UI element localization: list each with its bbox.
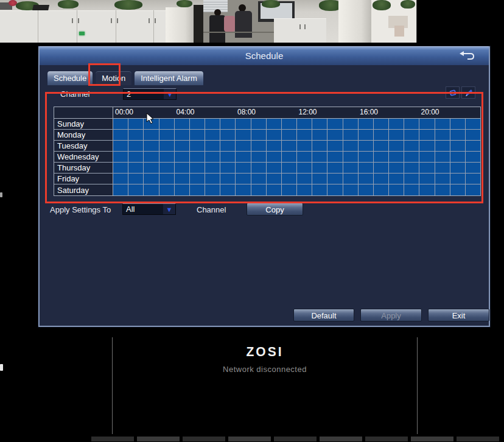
camera-tile-bottom-center[interactable]: ZOSI Network disconnected <box>201 345 329 374</box>
schedule-cell[interactable] <box>113 130 128 140</box>
schedule-cell[interactable] <box>404 141 419 151</box>
schedule-cell[interactable] <box>419 174 434 184</box>
schedule-cell[interactable] <box>419 163 434 173</box>
schedule-cell[interactable] <box>189 119 205 129</box>
schedule-cell[interactable] <box>373 163 388 173</box>
schedule-cell[interactable] <box>220 184 235 195</box>
schedule-cell[interactable] <box>143 152 158 162</box>
schedule-cell[interactable] <box>419 141 434 151</box>
schedule-cell[interactable] <box>373 119 388 129</box>
schedule-cell[interactable] <box>251 152 266 162</box>
schedule-cell[interactable] <box>435 174 450 184</box>
schedule-cell[interactable] <box>189 152 205 162</box>
schedule-cell[interactable] <box>235 184 250 195</box>
schedule-cell[interactable] <box>450 184 465 195</box>
schedule-cell[interactable] <box>435 184 450 195</box>
schedule-cell[interactable] <box>327 163 342 173</box>
schedule-cell[interactable] <box>251 141 266 151</box>
schedule-cell[interactable] <box>373 141 388 151</box>
exit-button[interactable]: Exit <box>428 309 489 321</box>
schedule-cell[interactable] <box>174 174 189 184</box>
eraser-button[interactable] <box>446 86 460 99</box>
schedule-cell[interactable] <box>143 119 158 129</box>
schedule-cell[interactable] <box>358 163 373 173</box>
schedule-cell[interactable] <box>450 141 465 151</box>
schedule-cell[interactable] <box>159 152 174 162</box>
schedule-cell[interactable] <box>404 119 419 129</box>
schedule-cell[interactable] <box>373 174 388 184</box>
schedule-cell[interactable] <box>113 174 128 184</box>
schedule-cell[interactable] <box>450 130 465 140</box>
schedule-cell[interactable] <box>174 141 189 151</box>
schedule-cell[interactable] <box>235 163 250 173</box>
schedule-cell[interactable] <box>266 174 281 184</box>
schedule-cell[interactable] <box>128 119 143 129</box>
schedule-cell[interactable] <box>143 174 158 184</box>
schedule-cell[interactable] <box>450 119 465 129</box>
schedule-cell[interactable] <box>343 130 358 140</box>
schedule-cell[interactable] <box>312 130 327 140</box>
schedule-cell[interactable] <box>327 174 342 184</box>
schedule-cell[interactable] <box>388 163 404 173</box>
schedule-cell[interactable] <box>465 163 480 173</box>
schedule-cell[interactable] <box>388 141 404 151</box>
schedule-cell[interactable] <box>327 152 342 162</box>
schedule-cell[interactable] <box>113 119 128 129</box>
schedule-cell[interactable] <box>343 184 358 195</box>
schedule-cell[interactable] <box>128 152 143 162</box>
schedule-cell[interactable] <box>327 141 342 151</box>
schedule-cell[interactable] <box>312 174 327 184</box>
schedule-cell[interactable] <box>281 141 296 151</box>
schedule-cell[interactable] <box>296 119 312 129</box>
schedule-cell[interactable] <box>281 130 296 140</box>
schedule-cell[interactable] <box>266 130 281 140</box>
schedule-cell[interactable] <box>358 152 373 162</box>
tab-schedule[interactable]: Schedule <box>47 71 93 85</box>
schedule-cell[interactable] <box>128 174 143 184</box>
schedule-cell[interactable] <box>388 174 404 184</box>
schedule-cell[interactable] <box>220 152 235 162</box>
schedule-cell[interactable] <box>343 152 358 162</box>
schedule-cell[interactable] <box>404 152 419 162</box>
schedule-cell[interactable] <box>465 174 480 184</box>
schedule-cell[interactable] <box>159 184 174 195</box>
schedule-cell[interactable] <box>174 119 189 129</box>
schedule-cell[interactable] <box>404 163 419 173</box>
schedule-cell[interactable] <box>235 152 250 162</box>
schedule-cell[interactable] <box>159 141 174 151</box>
schedule-cell[interactable] <box>296 163 312 173</box>
back-button[interactable] <box>458 50 475 62</box>
schedule-cell[interactable] <box>205 174 220 184</box>
schedule-cell[interactable] <box>435 130 450 140</box>
schedule-cell[interactable] <box>189 184 205 195</box>
schedule-cell[interactable] <box>465 141 480 151</box>
schedule-cell[interactable] <box>113 141 128 151</box>
channel-select[interactable]: 2 ▼ <box>123 88 177 100</box>
schedule-cell[interactable] <box>113 163 128 173</box>
schedule-cell[interactable] <box>174 152 189 162</box>
schedule-cell[interactable] <box>419 184 434 195</box>
schedule-cell[interactable] <box>327 119 342 129</box>
schedule-cell[interactable] <box>343 119 358 129</box>
schedule-cell[interactable] <box>450 174 465 184</box>
schedule-cell[interactable] <box>251 130 266 140</box>
schedule-cell[interactable] <box>251 174 266 184</box>
schedule-cell[interactable] <box>343 141 358 151</box>
schedule-cell[interactable] <box>358 184 373 195</box>
apply-target-select[interactable]: All ▼ <box>122 203 176 215</box>
schedule-cell[interactable] <box>281 152 296 162</box>
schedule-cell[interactable] <box>128 163 143 173</box>
schedule-cell[interactable] <box>296 174 312 184</box>
schedule-cell[interactable] <box>296 152 312 162</box>
schedule-cell[interactable] <box>220 130 235 140</box>
schedule-cell[interactable] <box>312 163 327 173</box>
schedule-cell[interactable] <box>174 163 189 173</box>
schedule-cell[interactable] <box>220 141 235 151</box>
schedule-cell[interactable] <box>404 174 419 184</box>
schedule-cell[interactable] <box>235 174 250 184</box>
schedule-cell[interactable] <box>343 163 358 173</box>
schedule-cell[interactable] <box>281 174 296 184</box>
schedule-cell[interactable] <box>235 141 250 151</box>
schedule-cell[interactable] <box>327 184 342 195</box>
schedule-cell[interactable] <box>189 130 205 140</box>
